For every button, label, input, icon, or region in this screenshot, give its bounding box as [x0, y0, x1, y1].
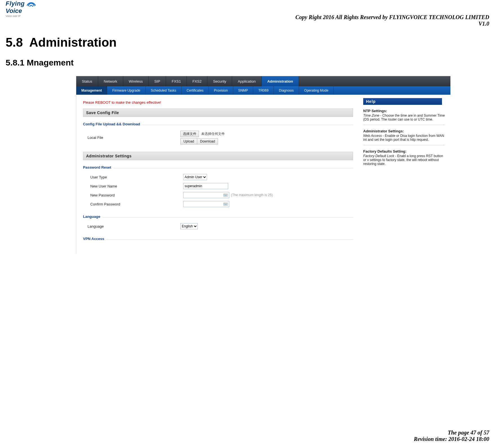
password-reset-fieldset: Password Reset User Type Admin User New …	[83, 165, 353, 207]
vpn-access-legend: VPN Access	[83, 237, 104, 241]
primary-tabs: StatusNetworkWirelessSIPFXS1FXS2Security…	[76, 76, 450, 86]
svg-rect-7	[224, 203, 225, 204]
section-title: Administration	[29, 35, 116, 49]
version-text: V1.0	[6, 21, 489, 27]
download-button[interactable]: Download	[197, 138, 218, 144]
help-title: Help	[363, 98, 442, 105]
section-heading: 5.8 Administration	[6, 35, 490, 49]
logo-tagline: Voice over IP	[6, 15, 39, 17]
copyright-text: Copy Right 2016 All Rights Reserved by F…	[6, 14, 489, 21]
subtab-certificates[interactable]: Certificates	[181, 86, 209, 95]
language-select[interactable]: English	[180, 223, 198, 229]
new-password-label: New Password	[90, 193, 183, 197]
divider	[106, 239, 353, 240]
subtab-snmp[interactable]: SNMP	[233, 86, 253, 95]
svg-rect-2	[225, 194, 225, 195]
vpn-access-fieldset: VPN Access	[83, 237, 353, 243]
subtab-firmware-upgrade[interactable]: Firmware Upgrade	[107, 86, 145, 95]
svg-rect-5	[224, 195, 227, 196]
config-file-legend: Config File Upload && Download	[83, 122, 140, 126]
divider	[102, 217, 353, 218]
language-fieldset: Language Language English	[83, 214, 353, 229]
user-type-label: User Type	[90, 175, 183, 179]
choose-file-button[interactable]: 选择文件	[180, 131, 199, 137]
footer-revision: Revision time: 2016-02-24 18:00	[414, 436, 489, 442]
help-ntp-body: Time Zone - Choose the time are in and S…	[363, 114, 445, 121]
subtab-scheduled-tasks[interactable]: Scheduled Tasks	[146, 86, 182, 95]
help-ntp-title: NTP Settings:	[363, 109, 445, 113]
subtab-diagnosis[interactable]: Diagnosis	[274, 86, 299, 95]
help-panel: Help NTP Settings: Time Zone - Choose th…	[360, 95, 450, 254]
svg-rect-10	[226, 203, 227, 204]
tab-security[interactable]: Security	[207, 76, 232, 86]
help-admin: Administrator Settings: Web Access - Ena…	[363, 129, 445, 142]
svg-rect-1	[224, 194, 225, 195]
help-admin-body: Web Access - Enable or Disa login functi…	[363, 134, 445, 142]
keyboard-icon[interactable]	[223, 202, 228, 206]
local-file-label: Local File	[87, 135, 180, 140]
svg-rect-11	[224, 204, 227, 205]
help-admin-title: Administrator Settings:	[363, 129, 445, 133]
user-type-select[interactable]: Admin User	[183, 174, 207, 180]
new-user-name-input[interactable]	[183, 183, 228, 189]
main-panel: Please REBOOT to make the changes effect…	[76, 95, 360, 254]
help-ntp: NTP Settings: Time Zone - Choose the tim…	[363, 109, 445, 121]
footer-page: The page 47 of 57	[414, 429, 489, 436]
tab-fxs2[interactable]: FXS2	[187, 76, 208, 86]
tab-sip[interactable]: SIP	[149, 76, 166, 86]
help-factory: Factory Defaults Setting: Factory Defaul…	[363, 149, 445, 166]
admin-settings-bar: Administrator Settings	[83, 152, 353, 160]
divider	[363, 145, 445, 145]
tab-wireless[interactable]: Wireless	[123, 76, 149, 86]
confirm-password-input[interactable]	[183, 202, 222, 206]
admin-screenshot: StatusNetworkWirelessSIPFXS1FXS2Security…	[76, 76, 450, 254]
help-factory-title: Factory Defaults Setting:	[363, 149, 445, 153]
language-legend: Language	[83, 214, 100, 219]
no-file-text: 未选择任何文件	[201, 132, 225, 136]
svg-rect-8	[225, 203, 225, 204]
save-config-bar: Save Config File	[83, 108, 353, 117]
wifi-icon	[26, 0, 37, 7]
section-number: 5.8	[6, 35, 23, 49]
upload-button[interactable]: Upload	[180, 138, 197, 144]
confirm-password-label: Confirm Password	[90, 202, 183, 206]
subtab-tr069[interactable]: TR069	[253, 86, 274, 95]
svg-rect-4	[226, 194, 227, 195]
tab-fxs1[interactable]: FXS1	[166, 76, 187, 86]
config-file-fieldset: Config File Upload && Download Local Fil…	[83, 122, 353, 144]
tab-administration[interactable]: Administration	[262, 76, 299, 86]
reboot-notice: Please REBOOT to make the changes effect…	[83, 100, 353, 105]
new-password-input[interactable]	[183, 193, 222, 197]
tab-network[interactable]: Network	[98, 76, 123, 86]
logo-text-2: Voice	[6, 7, 39, 15]
divider	[363, 125, 445, 125]
subtab-management[interactable]: Management	[76, 86, 107, 95]
brand-logo: Flying Voice Voice over IP	[6, 0, 39, 17]
new-user-name-label: New User Name	[90, 184, 183, 188]
password-reset-legend: Password Reset	[83, 165, 111, 169]
subtab-operating-mode[interactable]: Operating Mode	[299, 86, 334, 95]
divider	[113, 168, 353, 168]
language-label: Language	[87, 224, 180, 228]
subsection-heading: 5.8.1 Mnagement	[6, 58, 490, 67]
help-factory-body: Factory Default Lock - Enabl a long pres…	[363, 154, 445, 166]
password-max-hint: (The maximum length is 25)	[231, 193, 273, 197]
svg-rect-9	[226, 203, 226, 204]
secondary-tabs: ManagementFirmware UpgradeScheduled Task…	[76, 86, 450, 95]
keyboard-icon[interactable]	[223, 193, 228, 197]
svg-rect-3	[226, 194, 226, 195]
tab-application[interactable]: Application	[232, 76, 262, 86]
divider	[142, 125, 353, 125]
subtab-provision[interactable]: Provision	[209, 86, 233, 95]
tab-status[interactable]: Status	[76, 76, 98, 86]
